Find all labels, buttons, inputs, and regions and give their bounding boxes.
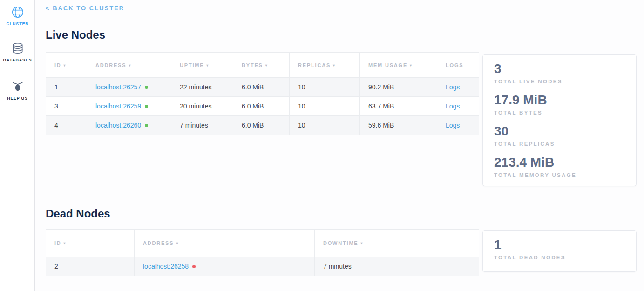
node-live-dot — [145, 105, 148, 108]
node-address-link[interactable]: localhost:26259 — [95, 102, 141, 110]
node-logs-cell: Logs — [437, 78, 479, 97]
stat-label: TOTAL REPLICAS — [494, 141, 625, 148]
sort-arrow-icon: ▾ — [176, 241, 179, 245]
sidebar-item-label: HELP US — [0, 96, 35, 101]
node-bytes-cell: 6.0 MiB — [233, 97, 290, 116]
sidebar: CLUSTER DATABASES HELP US — [0, 0, 35, 291]
table-row: 4 localhost:26260 7 minutes 6.0 MiB 10 5… — [46, 116, 479, 135]
dead-nodes-header-row: ID▾ ADDRESS▾ DOWNTIME▾ — [46, 230, 479, 257]
stat-label: TOTAL LIVE NODES — [494, 78, 625, 85]
live-nodes-table: ID▾ ADDRESS▾ UPTIME▾ BYTES▾ REPLICAS▾ ME… — [46, 52, 479, 135]
back-to-cluster-link[interactable]: < BACK TO CLUSTER — [46, 5, 124, 12]
table-row: 1 localhost:26257 22 minutes 6.0 MiB 10 … — [46, 78, 479, 97]
sort-arrow-icon: ▾ — [265, 63, 268, 68]
live-nodes-header-row: ID▾ ADDRESS▾ UPTIME▾ BYTES▾ REPLICAS▾ ME… — [46, 53, 479, 78]
node-address-link[interactable]: localhost:26260 — [95, 122, 141, 129]
node-bytes-cell: 6.0 MiB — [233, 78, 290, 97]
sort-arrow-icon: ▾ — [206, 63, 209, 68]
node-live-dot — [145, 124, 148, 127]
node-mem-usage-cell: 59.6 MiB — [360, 116, 437, 135]
col-header-mem-usage[interactable]: MEM USAGE▾ — [360, 53, 437, 78]
node-replicas-cell: 10 — [290, 78, 360, 97]
stat-label: TOTAL BYTES — [494, 109, 625, 116]
node-replicas-cell: 10 — [290, 116, 360, 135]
node-address-link[interactable]: localhost:26258 — [143, 263, 189, 270]
stat-value: 17.9 MiB — [494, 92, 625, 108]
table-row: 2 localhost:26258 7 minutes — [46, 257, 479, 276]
node-address-cell: localhost:26257 — [87, 78, 171, 97]
sort-arrow-icon: ▾ — [129, 63, 131, 68]
node-live-dot — [145, 86, 148, 89]
node-logs-cell: Logs — [437, 97, 479, 116]
stat-value: 30 — [494, 123, 625, 139]
node-address-link[interactable]: localhost:26257 — [95, 83, 141, 91]
node-bytes-cell: 6.0 MiB — [233, 116, 290, 135]
col-header-id[interactable]: ID▾ — [46, 53, 87, 78]
node-address-cell: localhost:26260 — [87, 116, 171, 135]
col-header-logs: LOGS — [437, 53, 479, 78]
table-row: 3 localhost:26259 20 minutes 6.0 MiB 10 … — [46, 97, 479, 116]
summary-stat: 3 TOTAL LIVE NODES — [494, 61, 625, 85]
col-header-bytes[interactable]: BYTES▾ — [233, 53, 290, 78]
node-mem-usage-cell: 63.7 MiB — [360, 97, 437, 116]
sidebar-item-databases[interactable]: DATABASES — [0, 42, 35, 62]
summary-stat: 17.9 MiB TOTAL BYTES — [494, 92, 625, 116]
sidebar-item-cluster[interactable]: CLUSTER — [0, 6, 35, 26]
node-logs-cell: Logs — [437, 116, 479, 135]
node-id-cell: 4 — [46, 116, 87, 135]
dead-nodes-title: Dead Nodes — [46, 207, 110, 220]
sidebar-item-label: CLUSTER — [0, 21, 35, 26]
sort-arrow-icon: ▾ — [64, 241, 67, 245]
col-header-downtime[interactable]: DOWNTIME▾ — [315, 230, 479, 257]
cockroach-icon — [0, 80, 35, 93]
col-header-id[interactable]: ID▾ — [46, 230, 135, 257]
node-logs-link[interactable]: Logs — [446, 122, 460, 129]
stat-value: 213.4 MiB — [494, 155, 625, 170]
node-downtime-cell: 7 minutes — [315, 257, 479, 276]
node-uptime-cell: 22 minutes — [171, 78, 233, 97]
node-address-cell: localhost:26258 — [135, 257, 315, 276]
node-address-cell: localhost:26259 — [87, 97, 171, 116]
node-id-cell: 3 — [46, 97, 87, 116]
globe-icon — [0, 6, 35, 19]
stat-value: 3 — [494, 61, 625, 77]
summary-stat: 1 TOTAL DEAD NODES — [494, 237, 625, 261]
dead-nodes-table: ID▾ ADDRESS▾ DOWNTIME▾ 2 localhost:26258… — [46, 229, 479, 276]
node-uptime-cell: 7 minutes — [171, 116, 233, 135]
col-header-address[interactable]: ADDRESS▾ — [87, 53, 171, 78]
node-dead-dot — [192, 265, 196, 268]
node-logs-link[interactable]: Logs — [446, 102, 460, 110]
summary-stat: 213.4 MiB TOTAL MEMORY USAGE — [494, 155, 625, 179]
databases-icon — [0, 42, 35, 55]
col-header-replicas[interactable]: REPLICAS▾ — [290, 53, 360, 78]
stat-value: 1 — [494, 237, 625, 253]
node-replicas-cell: 10 — [290, 97, 360, 116]
node-id-cell: 2 — [46, 257, 135, 276]
col-header-uptime[interactable]: UPTIME▾ — [171, 53, 233, 78]
summary-stat: 30 TOTAL REPLICAS — [494, 123, 625, 148]
node-uptime-cell: 20 minutes — [171, 97, 233, 116]
col-header-address[interactable]: ADDRESS▾ — [135, 230, 315, 257]
sidebar-item-help-us[interactable]: HELP US — [0, 80, 35, 101]
live-nodes-title: Live Nodes — [46, 28, 105, 41]
node-id-cell: 1 — [46, 78, 87, 97]
node-mem-usage-cell: 90.2 MiB — [360, 78, 437, 97]
stat-label: TOTAL MEMORY USAGE — [494, 172, 625, 179]
node-logs-link[interactable]: Logs — [446, 83, 460, 91]
sort-arrow-icon: ▾ — [410, 63, 413, 68]
stat-label: TOTAL DEAD NODES — [494, 254, 625, 261]
live-nodes-summary-card: 3 TOTAL LIVE NODES 17.9 MiB TOTAL BYTES … — [482, 54, 637, 186]
sort-arrow-icon: ▾ — [333, 63, 336, 68]
sidebar-item-label: DATABASES — [0, 58, 35, 62]
dead-nodes-summary-card: 1 TOTAL DEAD NODES — [482, 230, 637, 272]
sort-arrow-icon: ▾ — [361, 241, 364, 245]
sort-arrow-icon: ▾ — [64, 63, 67, 68]
